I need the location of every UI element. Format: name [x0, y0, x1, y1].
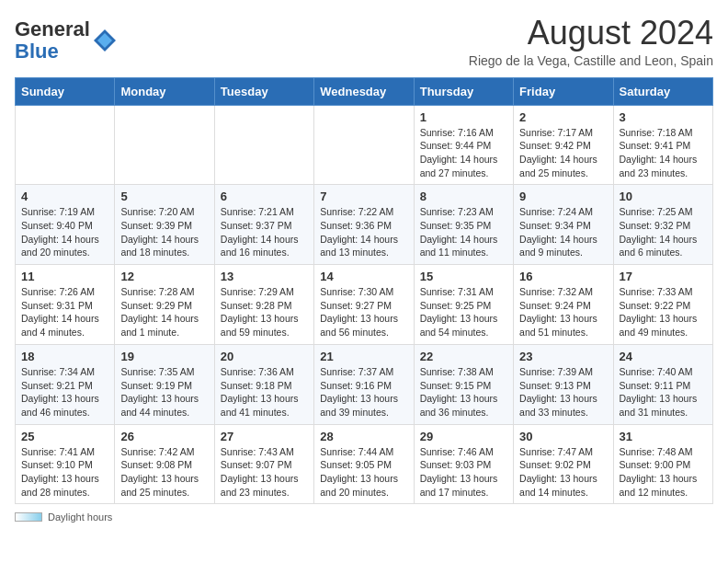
day-info-31: Sunrise: 7:48 AM Sunset: 9:00 PM Dayligh…	[620, 445, 707, 500]
day-cell-5: 5Sunrise: 7:20 AM Sunset: 9:39 PM Daylig…	[115, 185, 214, 265]
day-cell-26: 26Sunrise: 7:42 AM Sunset: 9:08 PM Dayli…	[115, 424, 214, 504]
day-cell-11: 11Sunrise: 7:26 AM Sunset: 9:31 PM Dayli…	[16, 265, 115, 345]
day-cell-16: 16Sunrise: 7:32 AM Sunset: 9:24 PM Dayli…	[514, 265, 613, 345]
weekday-sunday: Sunday	[16, 77, 115, 105]
day-info-18: Sunrise: 7:34 AM Sunset: 9:21 PM Dayligh…	[21, 365, 108, 419]
day-number-1: 1	[420, 110, 507, 124]
day-number-31: 31	[620, 430, 707, 443]
day-number-5: 5	[120, 190, 208, 203]
day-info-13: Sunrise: 7:29 AM Sunset: 9:28 PM Dayligh…	[221, 285, 308, 339]
day-number-22: 22	[420, 350, 507, 363]
day-info-26: Sunrise: 7:42 AM Sunset: 9:08 PM Dayligh…	[120, 445, 208, 500]
day-cell-25: 25Sunrise: 7:41 AM Sunset: 9:10 PM Dayli…	[16, 424, 115, 504]
day-info-28: Sunrise: 7:44 AM Sunset: 9:05 PM Dayligh…	[320, 445, 407, 500]
day-cell-23: 23Sunrise: 7:39 AM Sunset: 9:13 PM Dayli…	[514, 344, 613, 424]
day-info-20: Sunrise: 7:36 AM Sunset: 9:18 PM Dayligh…	[221, 365, 308, 419]
logo-icon	[92, 28, 118, 53]
day-number-14: 14	[320, 270, 407, 283]
day-number-27: 27	[221, 430, 308, 443]
day-number-11: 11	[21, 270, 108, 283]
day-info-5: Sunrise: 7:20 AM Sunset: 9:39 PM Dayligh…	[120, 205, 208, 259]
week-row-5: 25Sunrise: 7:41 AM Sunset: 9:10 PM Dayli…	[16, 424, 713, 504]
day-info-6: Sunrise: 7:21 AM Sunset: 9:37 PM Dayligh…	[221, 205, 308, 259]
day-info-19: Sunrise: 7:35 AM Sunset: 9:19 PM Dayligh…	[120, 365, 208, 419]
weekday-saturday: Saturday	[613, 77, 712, 105]
weekday-wednesday: Wednesday	[314, 77, 414, 105]
day-info-25: Sunrise: 7:41 AM Sunset: 9:10 PM Dayligh…	[21, 445, 108, 500]
day-info-23: Sunrise: 7:39 AM Sunset: 9:13 PM Dayligh…	[519, 365, 607, 419]
day-number-12: 12	[120, 270, 208, 283]
day-info-8: Sunrise: 7:23 AM Sunset: 9:35 PM Dayligh…	[420, 205, 507, 259]
day-info-27: Sunrise: 7:43 AM Sunset: 9:07 PM Dayligh…	[221, 445, 308, 500]
day-info-14: Sunrise: 7:30 AM Sunset: 9:27 PM Dayligh…	[320, 285, 407, 339]
empty-cell	[115, 105, 214, 185]
day-number-28: 28	[320, 430, 407, 443]
day-number-23: 23	[519, 350, 607, 363]
day-cell-8: 8Sunrise: 7:23 AM Sunset: 9:35 PM Daylig…	[414, 185, 513, 265]
day-number-2: 2	[519, 110, 607, 124]
day-info-7: Sunrise: 7:22 AM Sunset: 9:36 PM Dayligh…	[320, 205, 407, 259]
day-number-20: 20	[221, 350, 308, 363]
day-number-8: 8	[420, 190, 507, 203]
day-cell-6: 6Sunrise: 7:21 AM Sunset: 9:37 PM Daylig…	[214, 185, 313, 265]
day-number-16: 16	[519, 270, 607, 283]
day-info-3: Sunrise: 7:18 AM Sunset: 9:41 PM Dayligh…	[620, 126, 707, 180]
day-number-15: 15	[420, 270, 507, 283]
day-info-17: Sunrise: 7:33 AM Sunset: 9:22 PM Dayligh…	[620, 285, 707, 339]
day-cell-1: 1Sunrise: 7:16 AM Sunset: 9:44 PM Daylig…	[414, 105, 513, 185]
day-number-24: 24	[620, 350, 707, 363]
location-subtitle: Riego de la Vega, Castille and Leon, Spa…	[469, 53, 713, 68]
day-cell-30: 30Sunrise: 7:47 AM Sunset: 9:02 PM Dayli…	[514, 424, 613, 504]
day-cell-10: 10Sunrise: 7:25 AM Sunset: 9:32 PM Dayli…	[613, 185, 712, 265]
day-cell-27: 27Sunrise: 7:43 AM Sunset: 9:07 PM Dayli…	[214, 424, 313, 504]
day-cell-18: 18Sunrise: 7:34 AM Sunset: 9:21 PM Dayli…	[16, 344, 115, 424]
day-cell-28: 28Sunrise: 7:44 AM Sunset: 9:05 PM Dayli…	[314, 424, 414, 504]
day-info-21: Sunrise: 7:37 AM Sunset: 9:16 PM Dayligh…	[320, 365, 407, 419]
day-number-18: 18	[21, 350, 108, 363]
day-number-21: 21	[320, 350, 407, 363]
title-area: August 2024 Riego de la Vega, Castille a…	[469, 15, 713, 68]
weekday-tuesday: Tuesday	[214, 77, 313, 105]
day-cell-9: 9Sunrise: 7:24 AM Sunset: 9:34 PM Daylig…	[514, 185, 613, 265]
daylight-label: Daylight hours	[48, 511, 112, 523]
logo-text: General Blue	[15, 18, 90, 63]
daylight-bar-icon	[15, 512, 42, 522]
week-row-3: 11Sunrise: 7:26 AM Sunset: 9:31 PM Dayli…	[16, 265, 713, 345]
week-row-1: 1Sunrise: 7:16 AM Sunset: 9:44 PM Daylig…	[16, 105, 713, 185]
day-cell-22: 22Sunrise: 7:38 AM Sunset: 9:15 PM Dayli…	[414, 344, 513, 424]
day-number-26: 26	[120, 430, 208, 443]
day-cell-20: 20Sunrise: 7:36 AM Sunset: 9:18 PM Dayli…	[214, 344, 313, 424]
day-info-24: Sunrise: 7:40 AM Sunset: 9:11 PM Dayligh…	[620, 365, 707, 419]
day-number-17: 17	[620, 270, 707, 283]
day-cell-3: 3Sunrise: 7:18 AM Sunset: 9:41 PM Daylig…	[613, 105, 712, 185]
week-row-4: 18Sunrise: 7:34 AM Sunset: 9:21 PM Dayli…	[16, 344, 713, 424]
day-number-13: 13	[221, 270, 308, 283]
weekday-friday: Friday	[514, 77, 613, 105]
day-number-3: 3	[620, 110, 707, 124]
day-cell-19: 19Sunrise: 7:35 AM Sunset: 9:19 PM Dayli…	[115, 344, 214, 424]
day-cell-31: 31Sunrise: 7:48 AM Sunset: 9:00 PM Dayli…	[613, 424, 712, 504]
day-number-9: 9	[519, 190, 607, 203]
calendar-table: SundayMondayTuesdayWednesdayThursdayFrid…	[15, 77, 713, 505]
day-info-16: Sunrise: 7:32 AM Sunset: 9:24 PM Dayligh…	[519, 285, 607, 339]
day-cell-17: 17Sunrise: 7:33 AM Sunset: 9:22 PM Dayli…	[613, 265, 712, 345]
footer: Daylight hours	[15, 511, 713, 523]
day-number-4: 4	[21, 190, 108, 203]
empty-cell	[214, 105, 313, 185]
day-info-2: Sunrise: 7:17 AM Sunset: 9:42 PM Dayligh…	[519, 126, 607, 180]
day-cell-24: 24Sunrise: 7:40 AM Sunset: 9:11 PM Dayli…	[613, 344, 712, 424]
day-cell-4: 4Sunrise: 7:19 AM Sunset: 9:40 PM Daylig…	[16, 185, 115, 265]
day-info-30: Sunrise: 7:47 AM Sunset: 9:02 PM Dayligh…	[519, 445, 607, 500]
day-cell-21: 21Sunrise: 7:37 AM Sunset: 9:16 PM Dayli…	[314, 344, 414, 424]
day-number-19: 19	[120, 350, 208, 363]
day-number-6: 6	[221, 190, 308, 203]
day-info-12: Sunrise: 7:28 AM Sunset: 9:29 PM Dayligh…	[120, 285, 208, 339]
day-info-22: Sunrise: 7:38 AM Sunset: 9:15 PM Dayligh…	[420, 365, 507, 419]
day-info-4: Sunrise: 7:19 AM Sunset: 9:40 PM Dayligh…	[21, 205, 108, 259]
day-info-15: Sunrise: 7:31 AM Sunset: 9:25 PM Dayligh…	[420, 285, 507, 339]
empty-cell	[16, 105, 115, 185]
day-cell-14: 14Sunrise: 7:30 AM Sunset: 9:27 PM Dayli…	[314, 265, 414, 345]
day-info-9: Sunrise: 7:24 AM Sunset: 9:34 PM Dayligh…	[519, 205, 607, 259]
day-number-10: 10	[620, 190, 707, 203]
day-number-30: 30	[519, 430, 607, 443]
